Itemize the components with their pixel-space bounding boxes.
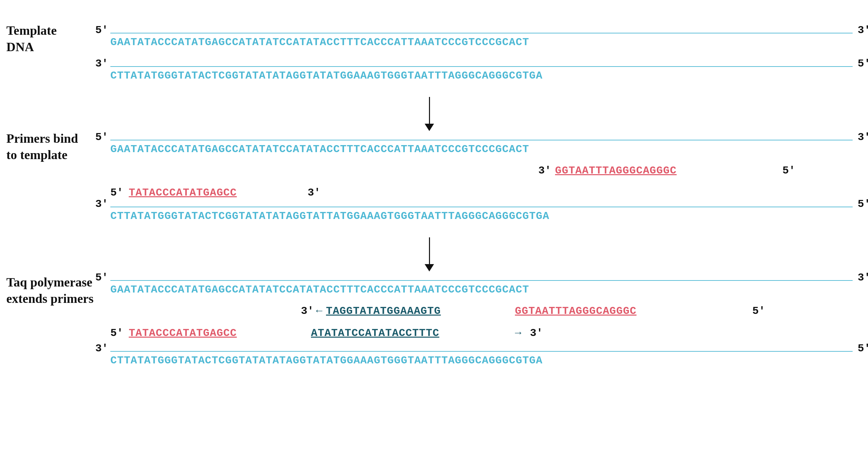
s3-top-seq: GAATATACCCATATGAGCCATATATCCATATACCTTTCAC…: [110, 283, 529, 296]
s2-top-seq: GAATATACCCATATGAGCCATATATCCATATACCTTTCAC…: [110, 143, 529, 155]
s3-right-red-seq: GGTAATTTAGGGCAGGGC: [515, 305, 637, 317]
s2-right-primer-5: 5': [782, 164, 795, 177]
s3-right-dark-seq: TAGGTATATGGAAAGTG: [326, 305, 441, 317]
main-diagram: Template DNA 5' 3' GAATATACCCATATGAGCCAT…: [0, 0, 868, 457]
s1-3prime-left: 3': [95, 58, 108, 70]
s2-bottom-seq: CTTATATGGGTATACTCGGTATATATAGGTATTATGGAAA…: [110, 210, 549, 222]
s2-3prime-left: 3': [95, 198, 108, 210]
s2-top-line: [110, 140, 852, 141]
s2-5prime-right: 5': [858, 198, 868, 210]
s3-bottom-seq: CTTATATGGGTATACTCGGTATATATAGGTATATGGAAAG…: [110, 354, 542, 367]
s3-3prime-left: 3': [95, 342, 108, 355]
s3-left-primer-5: 5': [110, 327, 123, 339]
s2-left-primer-5: 5': [110, 187, 123, 199]
s3-left-red-seq: TATACCCATATGAGCC: [129, 327, 237, 339]
s1-3prime-right: 3': [858, 24, 868, 36]
s3-right-primer-5: 5': [752, 305, 765, 317]
section1-bottom-line: [110, 66, 852, 67]
s1-top-seq: GAATATACCCATATGAGCCATATATCCATATACCTTTCAC…: [110, 36, 529, 49]
s3-5prime-left: 5': [95, 271, 108, 284]
s2-right-primer-seq: GGTAATTTAGGGCAGGGC: [555, 164, 677, 177]
label-template-dna: Template DNA: [6, 22, 57, 56]
s3-bottom-line: [110, 351, 852, 352]
s3-arrow-left: ←: [316, 305, 322, 317]
s2-left-primer-seq: TATACCCATATGAGCC: [129, 187, 237, 199]
s3-arrow-right: →: [515, 327, 521, 339]
s3-right-primer-3: 3': [301, 305, 314, 317]
s1-5prime-right: 5': [858, 58, 868, 70]
s2-5prime-left: 5': [95, 131, 108, 144]
s3-left-dark-seq: ATATATCCATATACCTTTC: [311, 327, 439, 339]
s2-right-primer-3: 3': [538, 164, 551, 177]
s1-5prime-left: 5': [95, 24, 108, 36]
s3-top-line: [110, 280, 852, 281]
s2-left-primer-3: 3': [308, 187, 320, 199]
section1-top-line: [110, 33, 852, 33]
s3-left-primer-3: 3': [530, 327, 542, 339]
s2-bottom-line: [110, 207, 852, 207]
label-taq: Taq polymerase extends primers: [6, 274, 94, 307]
s2-3prime-right: 3': [858, 131, 868, 144]
s3-3prime-right: 3': [858, 271, 868, 284]
s3-5prime-right: 5': [858, 342, 868, 355]
arrow-1: [425, 97, 434, 131]
arrow-2: [425, 237, 434, 271]
label-primers-bind: Primers bind to template: [6, 130, 78, 163]
s1-bottom-seq: CTTATATGGGTATACTCGGTATATATAGGTATATGGAAAG…: [110, 69, 542, 82]
